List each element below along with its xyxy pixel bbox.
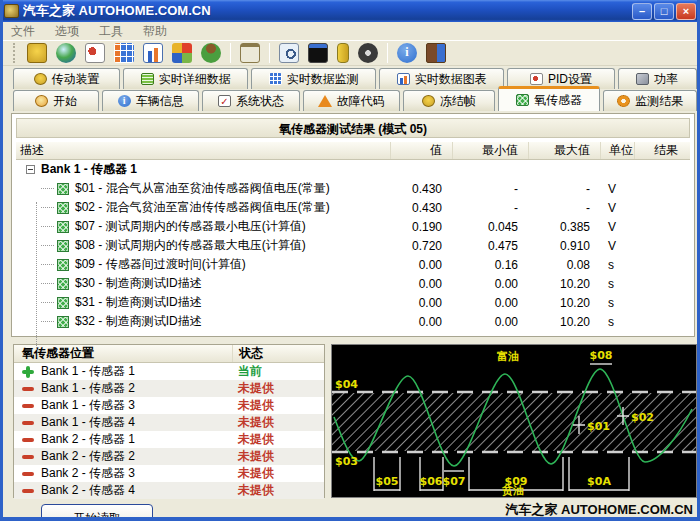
- tab-label: 实时数据图表: [415, 71, 487, 88]
- table-row[interactable]: $02 - 混合气贫油至富油传传感器阀值电压(常量) 0.430 - - V: [16, 198, 690, 217]
- tab-label: PID设置: [548, 71, 592, 88]
- tab-power[interactable]: 功率: [618, 68, 697, 89]
- tab-start[interactable]: 开始: [13, 90, 99, 111]
- sensor-row[interactable]: Bank 1 - 传感器 2 未提供: [14, 380, 324, 397]
- menu-tools[interactable]: 工具: [99, 23, 123, 40]
- sensor-position: Bank 1 - 传感器 1: [41, 363, 135, 380]
- row-max: -: [528, 182, 600, 196]
- sensor-position: Bank 1 - 传感器 2: [41, 380, 135, 397]
- table-row[interactable]: $09 - 传感器间过渡时间(计算值) 0.00 0.16 0.08 s: [16, 255, 690, 274]
- marker-label-01: $01: [587, 420, 610, 433]
- tab-live-detail-data[interactable]: 实时详细数据: [123, 68, 248, 89]
- battery-icon[interactable]: [337, 43, 349, 63]
- tab-system-status[interactable]: ✓ 系统状态: [202, 90, 299, 111]
- table-row[interactable]: $07 - 测试周期内的传感器最小电压(计算值) 0.190 0.045 0.3…: [16, 217, 690, 236]
- tree-group-row[interactable]: Bank 1 - 传感器 1: [16, 160, 690, 179]
- tab-oxygen-sensor[interactable]: 氧传感器: [498, 86, 601, 111]
- tab-drivetrain[interactable]: 传动装置: [13, 68, 120, 89]
- user-icon[interactable]: [201, 43, 221, 63]
- watermark: 汽车之家 AUTOHOME.COM.CN: [505, 501, 693, 519]
- row-min: 0.16: [452, 258, 528, 272]
- windows-logo-icon[interactable]: [172, 43, 192, 63]
- marker-label-09: $09: [505, 475, 528, 488]
- close-button[interactable]: ×: [676, 3, 696, 20]
- search-window-icon[interactable]: [279, 43, 299, 63]
- marker-label-04: $04: [335, 378, 358, 391]
- table-row[interactable]: $30 - 制造商测试ID描述 0.00 0.00 10.20 s: [16, 274, 690, 293]
- col-result: 结果: [634, 142, 690, 159]
- window-title: 汽车之家 AUTOHOME.COM.CN: [23, 2, 211, 20]
- sensor-node-icon: [57, 202, 69, 214]
- list-icon: [141, 73, 154, 85]
- waveform-chart: 富油 贫油 $04 $03 $05 $06 $07 $09 $0A $08 $0…: [331, 344, 697, 498]
- sensor-row[interactable]: Bank 1 - 传感器 4 未提供: [14, 414, 324, 431]
- col-min: 最小值: [452, 142, 528, 159]
- o2-waveform-svg: 富油 贫油 $04 $03 $05 $06 $07 $09 $0A $08 $0…: [332, 345, 696, 497]
- status-badge: 未提供: [232, 414, 324, 431]
- sensor-row[interactable]: Bank 1 - 传感器 1 当前: [14, 363, 324, 380]
- tab-live-data-monitor[interactable]: 实时数据监测: [251, 68, 376, 89]
- tree-collapse-icon[interactable]: [26, 165, 35, 174]
- pid-document-icon[interactable]: [85, 43, 105, 63]
- row-max: 0.910: [528, 239, 600, 253]
- marker-label-08: $08: [590, 349, 613, 362]
- tab-strip: 传动装置 实时详细数据 实时数据监测 实时数据图表 PID设置 功率: [5, 67, 697, 111]
- table-row[interactable]: $01 - 混合气从富油至贫油传感器阀值电压(常量) 0.430 - - V: [16, 179, 690, 198]
- connect-icon[interactable]: [27, 43, 47, 63]
- table-row[interactable]: $08 - 测试周期内的传感器最大电压(计算值) 0.720 0.475 0.9…: [16, 236, 690, 255]
- maximize-button[interactable]: □: [654, 3, 674, 20]
- toolbar-separator: [269, 43, 270, 63]
- data-grid-icon[interactable]: [114, 43, 134, 63]
- gauge-icon[interactable]: [358, 43, 378, 63]
- sensor-node-icon: [57, 183, 69, 195]
- marker-label-07: $07: [443, 475, 466, 488]
- tab-live-data-chart[interactable]: 实时数据图表: [379, 68, 504, 89]
- plug-icon: [422, 95, 435, 107]
- sensor-row[interactable]: Bank 2 - 传感器 1 未提供: [14, 431, 324, 448]
- toolbar-grip: [13, 43, 16, 63]
- marker-label-0a: $0A: [587, 475, 611, 488]
- minus-icon: [22, 400, 34, 412]
- row-unit: V: [600, 220, 634, 234]
- minimize-button[interactable]: –: [632, 3, 652, 20]
- tab-label: 功率: [654, 71, 678, 88]
- row-value: 0.00: [390, 296, 452, 310]
- start-read-button[interactable]: 开始读取: [41, 504, 153, 521]
- sensor-node-icon: [57, 316, 69, 328]
- table-row[interactable]: $31 - 制造商测试ID描述 0.00 0.00 10.20 s: [16, 293, 690, 312]
- plus-icon: [22, 366, 34, 378]
- minus-icon: [22, 451, 34, 463]
- exit-door-icon[interactable]: [426, 43, 446, 63]
- table-row[interactable]: $32 - 制造商测试ID描述 0.00 0.00 10.20 s: [16, 312, 690, 331]
- terminal-icon[interactable]: [308, 43, 328, 63]
- status-badge: 未提供: [232, 448, 324, 465]
- tab-vehicle-info[interactable]: i 车辆信息: [102, 90, 199, 111]
- row-max: -: [528, 201, 600, 215]
- sensor-row[interactable]: Bank 2 - 传感器 2 未提供: [14, 448, 324, 465]
- tab-monitor-results[interactable]: 监测结果: [603, 90, 697, 111]
- data-chart-icon[interactable]: [143, 43, 163, 63]
- col-sensor-position: 氧传感器位置: [14, 345, 232, 362]
- sensor-row[interactable]: Bank 1 - 传感器 3 未提供: [14, 397, 324, 414]
- minus-icon: [22, 417, 34, 429]
- tab-label: 实时数据监测: [287, 71, 359, 88]
- row-unit: V: [600, 201, 634, 215]
- sensor-row[interactable]: Bank 2 - 传感器 3 未提供: [14, 465, 324, 482]
- info-icon[interactable]: i: [397, 43, 417, 63]
- sensor-row[interactable]: Bank 2 - 传感器 4 未提供: [14, 482, 324, 499]
- minus-icon: [22, 383, 34, 395]
- marker-label-03: $03: [335, 455, 358, 468]
- tab-trouble-codes[interactable]: 故障代码: [303, 90, 400, 111]
- globe-icon[interactable]: [56, 43, 76, 63]
- clipboard-icon[interactable]: [240, 43, 260, 63]
- tab-freeze-frame[interactable]: 冻结帧: [403, 90, 495, 111]
- marker-label-02: $02: [631, 411, 654, 424]
- menu-file[interactable]: 文件: [11, 23, 35, 40]
- tab-label: 系统状态: [236, 93, 284, 110]
- status-badge: 未提供: [232, 431, 324, 448]
- title-bar: 汽车之家 AUTOHOME.COM.CN – □ ×: [0, 0, 700, 22]
- menu-options[interactable]: 选项: [55, 23, 79, 40]
- rich-label: 富油: [497, 350, 519, 363]
- menu-help[interactable]: 帮助: [143, 23, 167, 40]
- row-unit: V: [600, 239, 634, 253]
